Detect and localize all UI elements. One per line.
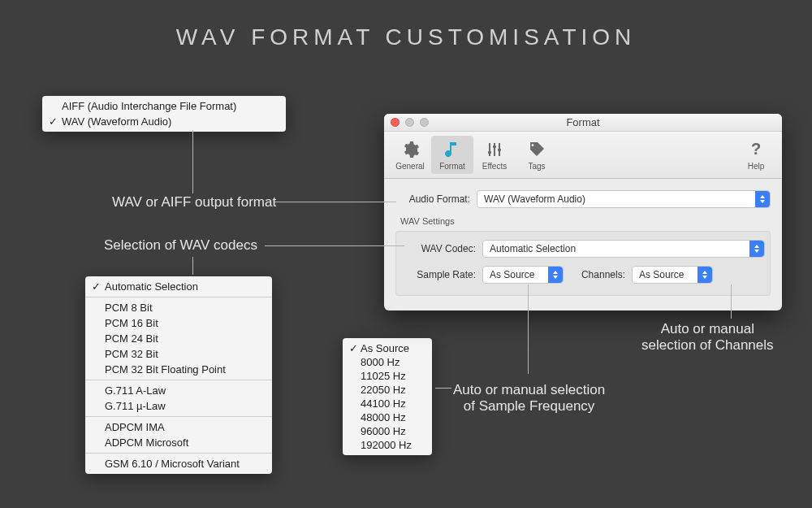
tag-icon <box>516 139 558 160</box>
codec-dropdown-menu[interactable]: Automatic Selection PCM 8 Bit PCM 16 Bit… <box>85 276 272 474</box>
help-icon: ? <box>735 139 777 160</box>
audio-format-label: Audio Format: <box>395 193 477 205</box>
format-window: Format General Format Effects Tags <box>384 114 782 310</box>
menu-item-assource[interactable]: As Source <box>343 341 432 355</box>
menu-item-192000[interactable]: 192000 Hz <box>343 438 432 452</box>
tab-format[interactable]: Format <box>431 136 473 174</box>
annotation-channels: Auto or manual selection of Channels <box>641 321 774 354</box>
svg-text:?: ? <box>751 140 761 158</box>
audio-format-select[interactable]: WAV (Waveform Audio) <box>477 190 771 208</box>
tab-general[interactable]: General <box>389 136 431 174</box>
menu-separator <box>85 416 272 417</box>
svg-rect-4 <box>493 145 496 148</box>
wav-codec-label: WAV Codec: <box>401 243 482 254</box>
select-value: As Source <box>490 269 534 280</box>
gear-icon <box>389 139 431 160</box>
menu-item-pcm16[interactable]: PCM 16 Bit <box>85 315 272 331</box>
format-dropdown-menu[interactable]: AIFF (Audio Interchange File Format) WAV… <box>42 96 286 132</box>
menu-item-adpcm-ima[interactable]: ADPCM IMA <box>85 419 272 435</box>
menu-item-8000[interactable]: 8000 Hz <box>343 355 432 369</box>
menu-item-adpcm-ms[interactable]: ADPCM Microsoft <box>85 435 272 450</box>
chevron-updown-icon <box>749 241 764 257</box>
menu-item-wav[interactable]: WAV (Waveform Audio) <box>42 114 286 129</box>
tab-label: Help <box>735 162 777 171</box>
wav-settings-label: WAV Settings <box>400 216 771 226</box>
toolbar: General Format Effects Tags ? Help <box>384 132 782 179</box>
menu-item-pcm24[interactable]: PCM 24 Bit <box>85 331 272 346</box>
menu-item-22050[interactable]: 22050 Hz <box>343 383 432 397</box>
chevron-updown-icon <box>548 267 563 283</box>
select-value: WAV (Waveform Audio) <box>484 193 585 205</box>
menu-item-pcm32f[interactable]: PCM 32 Bit Floating Point <box>85 362 272 377</box>
callout-line <box>192 130 193 193</box>
samplerate-dropdown-menu[interactable]: As Source 8000 Hz 11025 Hz 22050 Hz 4410… <box>343 338 432 455</box>
page-title: WAV FORMAT CUSTOMISATION <box>0 24 812 50</box>
menu-separator <box>85 297 272 297</box>
sample-rate-select[interactable]: As Source <box>482 266 564 284</box>
svg-rect-5 <box>498 149 501 151</box>
menu-item-auto[interactable]: Automatic Selection <box>85 279 272 294</box>
sliders-icon <box>473 139 516 160</box>
wav-settings-group: WAV Codec: Automatic Selection Sample Ra… <box>395 231 771 296</box>
channels-label: Channels: <box>575 269 632 280</box>
tab-effects[interactable]: Effects <box>473 136 516 174</box>
menu-separator <box>85 380 272 380</box>
tab-label: Tags <box>516 162 558 171</box>
callout-line <box>192 257 193 275</box>
menu-item-aiff[interactable]: AIFF (Audio Interchange File Format) <box>42 98 286 114</box>
window-title: Format <box>384 116 782 128</box>
menu-item-g711u[interactable]: G.711 µ-Law <box>85 398 272 414</box>
callout-line <box>731 284 732 319</box>
music-note-icon <box>431 139 473 160</box>
menu-item-pcm8[interactable]: PCM 8 Bit <box>85 300 272 315</box>
annotation-codecs: Selection of WAV codecs <box>104 237 257 254</box>
sample-rate-label: Sample Rate: <box>401 269 482 280</box>
channels-select[interactable]: As Source <box>632 266 713 284</box>
chevron-updown-icon <box>755 191 770 207</box>
callout-line <box>265 245 404 246</box>
menu-item-48000[interactable]: 48000 Hz <box>343 410 432 424</box>
titlebar: Format <box>384 114 782 132</box>
menu-item-pcm32[interactable]: PCM 32 Bit <box>85 346 272 362</box>
wav-codec-select[interactable]: Automatic Selection <box>482 240 765 258</box>
chevron-updown-icon <box>698 267 712 283</box>
menu-separator <box>85 453 272 454</box>
tab-tags[interactable]: Tags <box>516 136 558 174</box>
annotation-output-format: WAV or AIFF output format <box>112 194 276 211</box>
select-value: As Source <box>639 269 684 280</box>
menu-item-96000[interactable]: 96000 Hz <box>343 424 432 438</box>
annotation-sample: Auto or manual selection of Sample Frequ… <box>453 382 605 415</box>
menu-item-gsm[interactable]: GSM 6.10 / Microsoft Variant <box>85 456 272 471</box>
callout-line <box>274 202 396 202</box>
tab-label: Format <box>431 162 473 171</box>
tab-label: Effects <box>473 162 516 171</box>
select-value: Automatic Selection <box>490 243 576 254</box>
menu-item-44100[interactable]: 44100 Hz <box>343 397 432 410</box>
menu-item-g711a[interactable]: G.711 A-Law <box>85 383 272 398</box>
callout-line <box>435 388 451 389</box>
svg-rect-3 <box>488 151 491 154</box>
window-body: Audio Format: WAV (Waveform Audio) WAV S… <box>384 179 782 310</box>
menu-item-11025[interactable]: 11025 Hz <box>343 369 432 383</box>
callout-line <box>528 284 529 374</box>
help-button[interactable]: ? Help <box>735 136 777 174</box>
tab-label: General <box>389 162 431 171</box>
